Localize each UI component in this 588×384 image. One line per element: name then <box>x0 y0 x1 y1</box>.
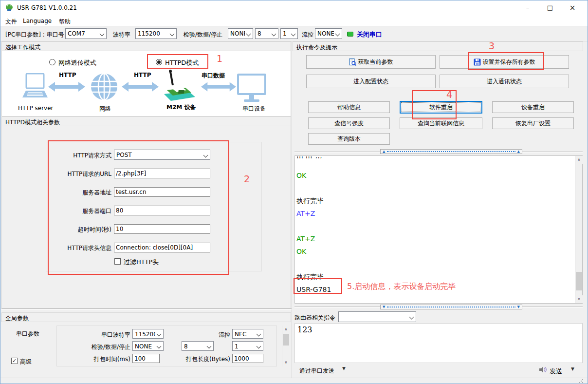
send-splitter-handle[interactable]: ▼▼ <box>380 305 522 309</box>
log-scrollbar[interactable]: ∧ ∨ <box>575 156 582 303</box>
chevron-down-icon <box>207 344 212 349</box>
chevron-down-icon <box>246 32 251 37</box>
send-via-menu[interactable]: 通过串口发送 <box>299 367 334 375</box>
dropdown-caret-icon[interactable]: ▼ <box>342 366 346 371</box>
app-icon <box>5 4 13 12</box>
annotation-box-3 <box>468 52 544 70</box>
scroll-down-icon[interactable]: ∨ <box>575 295 583 303</box>
app-window: USR-G781 V1.0.0.21 – □ × 文件 Language 帮助 … <box>0 0 588 384</box>
m2m-label: M2M 设备 <box>166 103 196 112</box>
arrow-icon <box>201 81 236 92</box>
g-databits-select[interactable]: 8 <box>182 341 214 351</box>
chevron-down-icon <box>170 32 175 37</box>
query-signal-button[interactable]: 查信号强度 <box>308 117 390 129</box>
global-scrollbar[interactable]: ∧ ∨ <box>282 326 289 366</box>
close-button[interactable]: × <box>561 0 584 15</box>
query-version-button[interactable]: 查询版本 <box>308 133 390 145</box>
chevron-down-icon <box>409 315 414 320</box>
scroll-down-icon[interactable]: ∨ <box>282 359 290 366</box>
scrollbar-thumb[interactable] <box>576 272 582 290</box>
g-packlen-label: 打包长度(Bytes) <box>178 355 230 364</box>
chevron-down-icon <box>157 332 162 337</box>
log-line: AT+Z <box>296 207 559 220</box>
router-cmd-label: 路由器相关指令 <box>294 314 335 322</box>
chevron-down-icon <box>257 332 261 337</box>
chevron-down-icon <box>100 32 105 37</box>
advanced-label[interactable]: 高级 <box>20 358 32 366</box>
minimize-button[interactable]: – <box>516 0 539 15</box>
send-text: 123 <box>297 325 312 334</box>
commands-header: 执行命令及提示 <box>293 41 583 51</box>
status-bar <box>0 378 588 384</box>
scrollbar-thumb[interactable] <box>283 334 289 346</box>
triangle-down-icon: ▼ <box>383 305 385 309</box>
g-stopbits-select[interactable]: 1 <box>232 341 263 351</box>
triangle-up-icon: ▲ <box>383 150 385 154</box>
arrow-icon <box>122 81 159 92</box>
stopbits-select[interactable]: 1 <box>280 28 298 39</box>
chevron-down-icon <box>335 32 340 37</box>
work-mode-header: 选择工作模式 <box>1 41 291 51</box>
serial-toolbar: [PC串口参数] : 串口号 COM7 波特率 115200 检验/数据/停止 … <box>0 26 588 41</box>
annotation-number-1: 1 <box>217 53 222 64</box>
scroll-up-icon[interactable]: ∧ <box>282 326 290 333</box>
link-http2-label: HTTP <box>134 72 151 78</box>
menu-file[interactable]: 文件 <box>3 17 19 27</box>
arrow-icon <box>48 81 85 92</box>
serial-group-label: 串口参数 <box>16 330 39 338</box>
baud-select[interactable]: 115200 <box>135 28 177 39</box>
log-line <box>296 156 559 169</box>
get-params-button[interactable]: 获取当前参数 <box>306 55 436 69</box>
parity-label: 检验/数据/停止 <box>184 31 222 39</box>
dropdown-caret-icon[interactable]: ▼ <box>571 366 574 371</box>
network-label: 网络 <box>99 105 111 113</box>
g-packtime-input[interactable]: 100 <box>132 354 160 363</box>
chevron-down-icon <box>257 344 261 349</box>
scroll-up-icon[interactable]: ∧ <box>575 156 583 164</box>
help-info-button[interactable]: 帮助信息 <box>308 101 390 113</box>
http-server-label: HTTP server <box>18 105 54 112</box>
column-divider <box>292 41 292 378</box>
send-text-area[interactable]: 123 <box>294 323 583 363</box>
send-button[interactable]: 发送 <box>550 367 562 376</box>
httpd-params-header: HTTPD模式相关参数 <box>1 116 291 126</box>
log-line: OK <box>296 169 559 182</box>
databits-select[interactable]: 8 <box>255 28 278 39</box>
flow-select[interactable]: NONE <box>315 28 342 39</box>
parity-select[interactable]: NONE <box>228 28 253 39</box>
radio-transparent-mode[interactable] <box>49 59 55 65</box>
annotation-note-5: 5.启动信息，表示设备启动完毕 <box>347 282 456 292</box>
menu-help[interactable]: 帮助 <box>57 17 73 27</box>
router-cmd-select[interactable] <box>338 311 416 322</box>
annotation-number-3: 3 <box>489 40 495 51</box>
menu-language[interactable]: Language <box>21 17 54 25</box>
g-baud-select[interactable]: 115200 <box>132 329 164 339</box>
enter-comm-button[interactable]: 进入通讯状态 <box>440 75 569 88</box>
com-port-select[interactable]: COM7 <box>65 28 107 39</box>
g-flow-select[interactable]: NFC <box>232 329 263 339</box>
g-packtime-label: 打包时间(ms) <box>77 355 130 364</box>
doc-magnifier-icon <box>349 58 356 66</box>
device-restart-button[interactable]: 设备重启 <box>492 101 574 113</box>
enter-config-button[interactable]: 进入配置状态 <box>306 75 436 88</box>
menu-bar: 文件 Language 帮助 <box>0 15 588 26</box>
resize-grip-icon[interactable] <box>579 379 584 384</box>
g-packlen-input[interactable]: 1000 <box>232 354 263 363</box>
annotation-box-5 <box>294 278 342 294</box>
maximize-button[interactable]: □ <box>539 0 561 15</box>
window-title: USR-G781 V1.0.0.21 <box>17 4 77 11</box>
factory-reset-button[interactable]: 恢复出厂设置 <box>492 117 574 129</box>
link-serial-label: 串口数据 <box>202 72 225 80</box>
radio-transparent-label[interactable]: 网络透传模式 <box>58 58 96 67</box>
m2m-module-icon <box>160 69 198 104</box>
advanced-checkbox[interactable]: ✓ <box>11 358 18 364</box>
log-line: OK <box>296 245 559 258</box>
pc-serial-label: [PC串口参数] : 串口号 <box>5 31 64 39</box>
g-flow-label: 流控 <box>190 331 230 339</box>
close-port-link[interactable]: 关闭串口 <box>357 30 382 39</box>
g-parity-select[interactable]: NONE <box>132 341 164 351</box>
splitter-line <box>1 308 292 310</box>
g-parity-label: 检验/数据/停止 <box>77 343 130 351</box>
link-http1-label: HTTP <box>59 72 76 78</box>
log-splitter-handle[interactable]: ▲▲ <box>380 149 522 154</box>
